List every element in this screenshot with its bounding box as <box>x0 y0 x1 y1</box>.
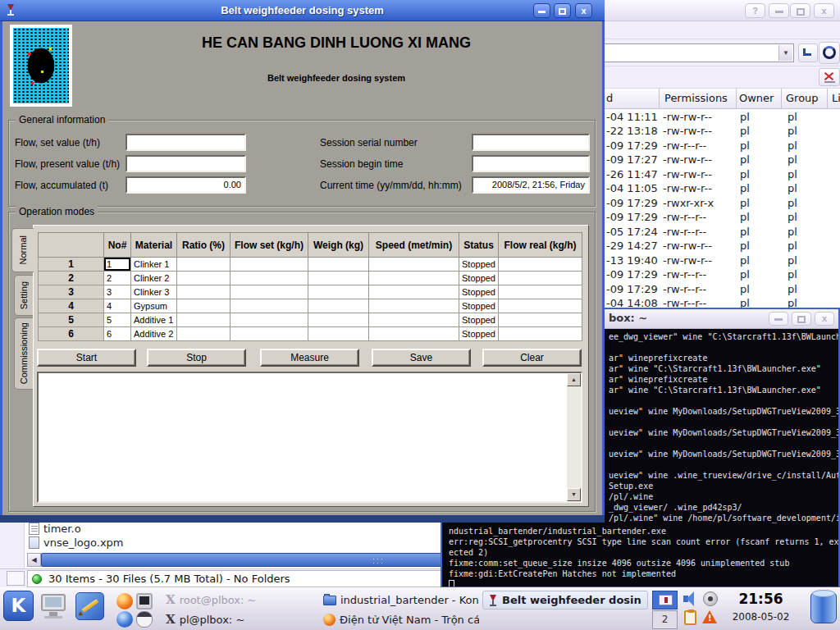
flow-accumulated-field[interactable]: 0.00 <box>126 176 246 194</box>
go-button[interactable] <box>798 43 818 62</box>
task-belt-weighfeeder[interactable]: Belt weighfeeder dosin <box>482 591 648 609</box>
column-owner[interactable]: Owner <box>739 92 774 104</box>
task-user-terminal[interactable]: X pl@plbox: ~ <box>161 610 315 629</box>
klipper-icon[interactable] <box>684 610 696 625</box>
desktop: ? x ▼ d Permissions Owner Group Li <box>0 0 840 630</box>
terminal-line <box>609 460 840 471</box>
scrollbar-thumb[interactable] <box>41 553 443 567</box>
alert-icon[interactable]: ! <box>702 610 717 623</box>
tab-setting[interactable]: Setting <box>14 275 33 316</box>
taskbar: K X root@plbox: ~ X pl@plbox: ~ industri… <box>0 587 840 630</box>
column-permissions[interactable]: Permissions <box>664 92 728 104</box>
close-button[interactable]: x <box>575 3 592 18</box>
minimize-button[interactable] <box>769 312 788 326</box>
terminal-line: ar" wine "C:\Starcraft1.13f\BWLauncher.e… <box>609 386 840 396</box>
stop-button[interactable] <box>819 68 840 86</box>
terminal-line: err:reg:SCSI_getprocentry SCSI type line… <box>449 537 840 548</box>
close-button[interactable]: x <box>814 3 834 18</box>
volume-icon[interactable] <box>682 591 699 607</box>
firefox-icon[interactable] <box>116 593 133 609</box>
scroll-left-icon[interactable]: ◀ <box>27 553 41 567</box>
clock-time[interactable]: 21:56 <box>722 591 800 607</box>
terminal-line: fixme:comm:set_queue_size insize 4096 ou… <box>449 559 840 569</box>
task-browser[interactable]: Điện tử Việt Nam - Trộn các <box>318 610 479 629</box>
scrollbar-grip <box>372 557 383 564</box>
minimize-button[interactable] <box>769 3 789 18</box>
list-item[interactable]: timer.o <box>29 523 357 536</box>
k-menu-button[interactable]: K <box>3 591 34 621</box>
terminal-line <box>609 439 840 450</box>
window-title: Belt weighfeeder dosing system <box>0 4 605 16</box>
terminal-icon[interactable] <box>136 593 153 609</box>
log-textarea[interactable]: ▲ ▼ <box>37 372 582 503</box>
status-text: 30 Items - 30 Files (5.7 MB Total) - No … <box>48 573 290 585</box>
flow-set-label: Flow, set value (t/h) <box>15 137 100 148</box>
status-led-icon <box>32 574 42 584</box>
terminal-line <box>609 396 840 407</box>
window-border <box>602 21 605 523</box>
help-button[interactable]: ? <box>745 3 765 18</box>
table-row: 1 1 Clinker 1 Stopped <box>39 258 582 272</box>
stop-button[interactable]: Stop <box>147 349 246 367</box>
wine-glass-icon <box>488 594 498 607</box>
image-file-icon <box>29 536 39 549</box>
messenger-icon[interactable] <box>136 611 153 628</box>
table-row: 3 3 Clinker 3 Stopped <box>39 285 582 299</box>
task-root-terminal[interactable]: X root@plbox: ~ <box>161 591 315 609</box>
app-titlebar[interactable]: Belt weighfeeder dosing system x <box>0 0 605 21</box>
current-time-field[interactable]: 2008/5/2, 21:56, Friday <box>472 176 590 194</box>
pager-desktop-1[interactable] <box>652 591 678 609</box>
terminal-output-upper[interactable]: ee_dwg_viewer" wine "C:\Starcraft1.13f\B… <box>609 332 840 524</box>
flow-present-field[interactable] <box>126 155 246 172</box>
save-button[interactable]: Save <box>372 349 471 367</box>
terminal-output-lower[interactable]: ndustrial_bartender/industrial_bartender… <box>449 527 840 588</box>
table-row: 2 2 Clinker 2 Stopped <box>39 272 582 285</box>
focused-cell[interactable]: 1 <box>104 258 131 272</box>
go-arrow-icon <box>803 48 811 56</box>
scroll-up-icon[interactable]: ▲ <box>567 373 581 386</box>
list-item[interactable]: vnse_logo.xpm <box>29 536 357 550</box>
system-monitor-icon[interactable] <box>39 592 69 620</box>
konqueror-gear-button[interactable] <box>819 42 840 64</box>
column-modified[interactable]: d <box>606 92 613 104</box>
terminal-line: ar" wineprefixcreate <box>609 375 840 386</box>
chevron-down-icon[interactable]: ▼ <box>778 45 792 61</box>
window-border <box>0 515 605 523</box>
vertical-scrollbar[interactable]: ▲ ▼ <box>567 373 581 501</box>
maximize-button[interactable] <box>554 3 571 18</box>
terminal-line <box>609 418 840 428</box>
materials-table: No# Material Ratio (%) Flow set (kg/h) W… <box>38 232 582 341</box>
globe-icon[interactable] <box>116 611 133 628</box>
current-time-label: Current time (yy/mm/dd, hh:mm) <box>320 180 462 191</box>
pager-desktop-2[interactable]: 2 <box>652 610 678 629</box>
tab-commissioning[interactable]: Commissioning <box>14 317 33 390</box>
mini-window-icon <box>659 595 673 605</box>
group-label: Operation modes <box>16 206 98 217</box>
terminal-line: ected 2) <box>449 548 840 559</box>
maximize-button[interactable] <box>790 3 810 18</box>
notes-icon[interactable] <box>75 592 104 620</box>
trash-icon[interactable] <box>810 592 837 623</box>
minimize-button[interactable] <box>533 3 550 18</box>
terminal-line: ar" wineprefixcreate <box>609 354 840 364</box>
terminal-line: Setup.exe <box>609 482 840 492</box>
task-file-manager[interactable]: industrial_bartender - Konq <box>318 591 479 609</box>
eye-monitor-icon[interactable] <box>703 591 718 606</box>
column-link[interactable]: Li <box>832 92 840 104</box>
start-button[interactable]: Start <box>37 349 136 367</box>
session-serial-field[interactable] <box>472 134 590 151</box>
clear-button[interactable]: Clear <box>482 349 582 367</box>
session-begin-field[interactable] <box>472 155 590 172</box>
flow-set-field[interactable] <box>126 134 246 151</box>
terminal-line: ar" wine "C:\Starcraft1.13f\BWLauncher.e… <box>609 364 840 375</box>
terminal-line: ueview" wine MyDownloads/SetupDWGTrueVie… <box>609 407 840 418</box>
xterm-icon: X <box>166 614 176 626</box>
measure-button[interactable]: Measure <box>260 349 359 367</box>
tab-normal[interactable]: Normal <box>11 228 34 272</box>
close-button[interactable]: x <box>815 312 834 326</box>
table-row: 6 6 Additive 2 Stopped <box>39 327 582 341</box>
scroll-down-icon[interactable]: ▼ <box>567 488 581 501</box>
column-group[interactable]: Group <box>786 92 819 104</box>
maximize-button[interactable] <box>792 312 811 326</box>
clock-date[interactable]: 2008-05-02 <box>722 611 800 623</box>
